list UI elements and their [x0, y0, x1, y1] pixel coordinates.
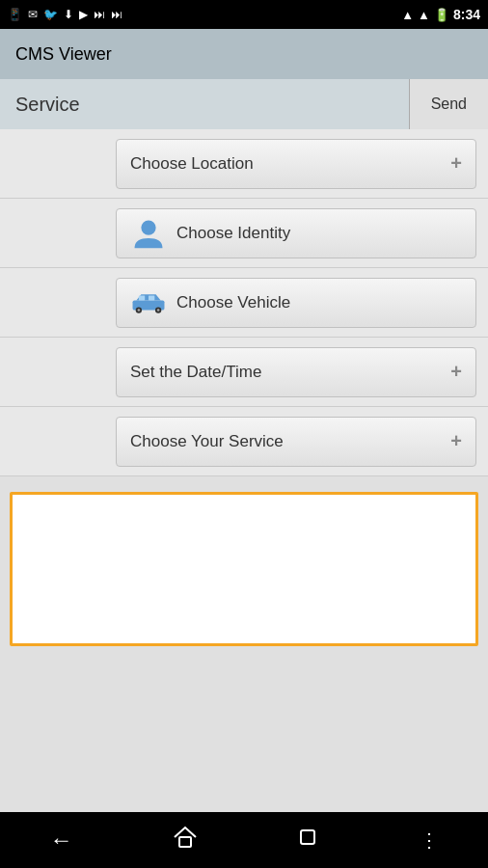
choose-identity-text: Choose Identity	[176, 224, 462, 243]
status-icons-left: 📱 ✉ 🐦 ⬇ ▶ ⏭ ⏭	[8, 8, 122, 21]
action-bar: Service Send	[0, 79, 488, 129]
main-content: Choose Location + Choose Identity	[0, 129, 488, 812]
choose-location-text: Choose Location	[130, 154, 450, 174]
status-bar: 📱 ✉ 🐦 ⬇ ▶ ⏭ ⏭ ▲ ▲ 🔋 8:34	[0, 0, 488, 29]
person-icon	[130, 215, 167, 252]
music-icon: ▶	[79, 8, 88, 21]
sim-icon: 📱	[8, 8, 22, 21]
choose-vehicle-button[interactable]: Choose Vehicle	[116, 278, 476, 328]
page-title: Service	[15, 94, 80, 116]
title-bar: CMS Viewer	[0, 29, 488, 79]
forward2-icon: ⏭	[111, 8, 122, 21]
svg-rect-9	[301, 830, 314, 844]
location-plus-icon: +	[450, 152, 462, 175]
svg-point-6	[138, 309, 141, 312]
choose-service-text: Choose Your Service	[130, 432, 450, 451]
signal-icon: ▲	[418, 8, 430, 22]
download-icon: ⬇	[64, 8, 73, 21]
bird-icon: 🐦	[43, 8, 58, 21]
choose-service-button[interactable]: Choose Your Service +	[116, 417, 476, 467]
status-icons-right: ▲ ▲ 🔋 8:34	[401, 7, 480, 22]
nav-bar: ← ⋮	[0, 812, 488, 868]
svg-point-0	[141, 220, 155, 234]
choose-vehicle-text: Choose Vehicle	[176, 293, 462, 312]
home-button[interactable]	[173, 826, 198, 854]
time-display: 8:34	[453, 7, 480, 22]
set-datetime-button[interactable]: Set the Date/Time +	[116, 347, 476, 397]
car-icon	[130, 285, 167, 321]
service-plus-icon: +	[450, 430, 462, 452]
identity-row: Choose Identity	[0, 199, 488, 268]
choose-location-button[interactable]: Choose Location +	[116, 139, 476, 189]
location-row: Choose Location +	[0, 129, 488, 199]
send-button[interactable]: Send	[409, 79, 488, 129]
svg-rect-8	[179, 837, 191, 847]
recent-apps-button[interactable]	[297, 827, 320, 854]
vehicle-row: Choose Vehicle	[0, 268, 488, 338]
battery-icon: 🔋	[434, 8, 449, 22]
more-options-button[interactable]: ⋮	[420, 828, 439, 852]
datetime-plus-icon: +	[450, 361, 462, 383]
back-button[interactable]: ←	[50, 827, 73, 854]
app-name: CMS Viewer	[15, 44, 112, 65]
svg-rect-3	[149, 295, 154, 300]
text-area-container	[10, 492, 478, 797]
notes-textarea[interactable]	[10, 492, 478, 646]
svg-rect-2	[139, 295, 145, 300]
wifi-icon: ▲	[401, 8, 414, 22]
message-icon: ✉	[28, 8, 38, 21]
forward1-icon: ⏭	[94, 8, 105, 21]
service-row: Choose Your Service +	[0, 407, 488, 476]
datetime-row: Set the Date/Time +	[0, 338, 488, 407]
set-datetime-text: Set the Date/Time	[130, 363, 450, 382]
svg-point-7	[157, 309, 160, 312]
choose-identity-button[interactable]: Choose Identity	[116, 208, 476, 258]
